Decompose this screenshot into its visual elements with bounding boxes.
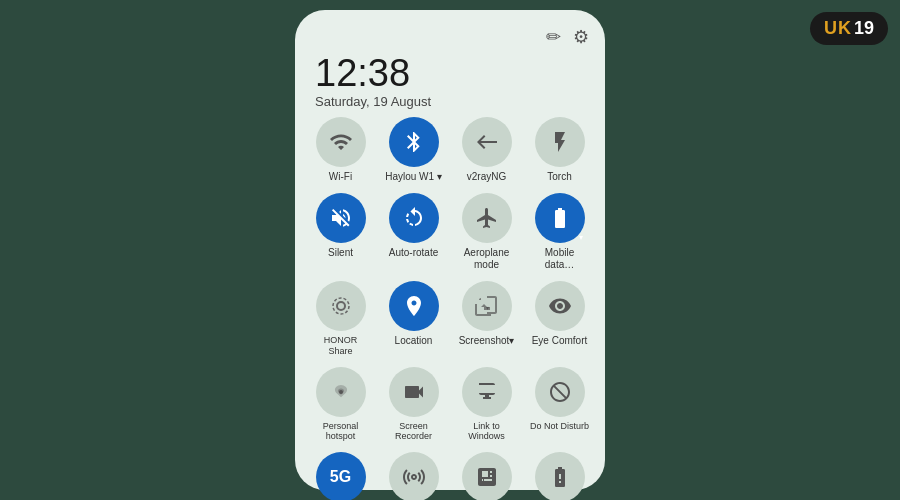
wifi-icon-bg [316, 117, 366, 167]
screenshot-icon: ▾ [475, 294, 499, 318]
tiles-row-1: Wi-Fi Haylou W1 ▾ v2rayNG [307, 115, 593, 185]
tile-devicecontrol[interactable]: Device Control [453, 452, 520, 500]
tile-donotdisturb[interactable]: Do Not Disturb [526, 367, 593, 443]
time-display: 12:38 [315, 54, 585, 92]
aeroplane-icon-bg [462, 193, 512, 243]
nearbyshare-icon-bg [389, 452, 439, 500]
wifi-icon [329, 130, 353, 154]
donotdisturb-icon-bg [535, 367, 585, 417]
mobiledata-dropdown: ▾ [579, 233, 583, 242]
date-display: Saturday, 19 August [315, 94, 585, 109]
tile-wifi[interactable]: Wi-Fi [307, 117, 374, 183]
tile-honorshare[interactable]: HONOR Share [307, 281, 374, 357]
mobiledata-icon [548, 206, 572, 230]
hotspot-icon-bg [316, 367, 366, 417]
nearbyshare-icon [402, 465, 426, 489]
linktowindows-icon [475, 380, 499, 404]
screenrecorder-icon-bg [389, 367, 439, 417]
wifi-label: Wi-Fi [329, 171, 352, 183]
v2rayng-label: v2rayNG [467, 171, 506, 183]
eyecomfort-label: Eye Comfort [532, 335, 588, 347]
silent-icon-bg [316, 193, 366, 243]
torch-icon [548, 130, 572, 154]
eyecomfort-icon-bg [535, 281, 585, 331]
autorotate-icon [402, 206, 426, 230]
tiles-row-5: 5G 5G Nearby Share Device Control [307, 450, 593, 500]
donotdisturb-icon [548, 380, 572, 404]
brand-badge: UK 19 [810, 12, 888, 45]
torch-label: Torch [547, 171, 571, 183]
tile-screenrecorder[interactable]: Screen Recorder [380, 367, 447, 443]
tile-aeroplane[interactable]: Aeroplane mode [453, 193, 520, 271]
tile-mobiledata[interactable]: ▾ Mobile data… [526, 193, 593, 271]
powersaving-icon-bg [535, 452, 585, 500]
devicecontrol-icon [475, 465, 499, 489]
tile-screenshot[interactable]: ▾ Screenshot▾ [453, 281, 520, 357]
tile-linktowindows[interactable]: Link to Windows [453, 367, 520, 443]
phone-frame: ✏ ⚙ 12:38 Saturday, 19 August Wi-Fi Hayl… [295, 10, 605, 490]
edit-icon[interactable]: ✏ [546, 26, 561, 48]
aeroplane-label: Aeroplane mode [457, 247, 517, 271]
bluetooth-icon [402, 130, 426, 154]
aeroplane-icon [475, 206, 499, 230]
tile-torch[interactable]: Torch [526, 117, 593, 183]
settings-icon[interactable]: ⚙ [573, 26, 589, 48]
bluetooth-label: Haylou W1 ▾ [385, 171, 442, 183]
powersaving-icon [548, 465, 572, 489]
tile-autorotate[interactable]: Auto-rotate [380, 193, 447, 271]
brand-text-uk: UK [824, 18, 852, 39]
screenrecorder-label: Screen Recorder [384, 421, 444, 443]
tile-5g[interactable]: 5G 5G [307, 452, 374, 500]
location-label: Location [395, 335, 433, 347]
v2ray-icon-bg [462, 117, 512, 167]
svg-text:▾: ▾ [485, 305, 488, 311]
screenshot-icon-bg: ▾ [462, 281, 512, 331]
honorshare-icon [329, 294, 353, 318]
hotspot-label: Personal hotspot [311, 421, 371, 443]
v2ray-icon [475, 130, 499, 154]
mobiledata-icon-bg: ▾ [535, 193, 585, 243]
tile-eyecomfort[interactable]: Eye Comfort [526, 281, 593, 357]
5g-icon-bg: 5G [316, 452, 366, 500]
brand-text-19: 19 [854, 18, 874, 39]
honorshare-label: HONOR Share [311, 335, 371, 357]
mobiledata-label: Mobile data… [530, 247, 590, 271]
donotdisturb-label: Do Not Disturb [530, 421, 589, 432]
screenrecorder-icon [402, 380, 426, 404]
tile-location[interactable]: Location [380, 281, 447, 357]
svg-point-0 [337, 302, 345, 310]
autorotate-icon-bg [389, 193, 439, 243]
silent-label: Silent [328, 247, 353, 259]
tile-nearbyshare[interactable]: Nearby Share [380, 452, 447, 500]
svg-point-1 [333, 298, 349, 314]
bluetooth-icon-bg [389, 117, 439, 167]
honorshare-icon-bg [316, 281, 366, 331]
tile-bluetooth[interactable]: Haylou W1 ▾ [380, 117, 447, 183]
tile-powersaving[interactable]: Power Saving mode [526, 452, 593, 500]
tiles-row-2: Silent Auto-rotate Aeroplane mode [307, 191, 593, 273]
tiles-row-3: HONOR Share Location ▾ Screenshot▾ [307, 279, 593, 359]
screenshot-label: Screenshot▾ [459, 335, 515, 347]
header-row: ✏ ⚙ [307, 26, 593, 48]
tile-v2rayng[interactable]: v2rayNG [453, 117, 520, 183]
location-icon [402, 294, 426, 318]
location-icon-bg [389, 281, 439, 331]
torch-icon-bg [535, 117, 585, 167]
devicecontrol-icon-bg [462, 452, 512, 500]
time-section: 12:38 Saturday, 19 August [307, 54, 593, 109]
linktowindows-icon-bg [462, 367, 512, 417]
eyecomfort-icon [548, 294, 572, 318]
silent-icon [329, 206, 353, 230]
tile-silent[interactable]: Silent [307, 193, 374, 271]
linktowindows-label: Link to Windows [457, 421, 517, 443]
5g-text: 5G [330, 468, 351, 486]
tiles-row-4: Personal hotspot Screen Recorder Link to… [307, 365, 593, 445]
hotspot-icon [329, 380, 353, 404]
autorotate-label: Auto-rotate [389, 247, 438, 259]
tile-hotspot[interactable]: Personal hotspot [307, 367, 374, 443]
